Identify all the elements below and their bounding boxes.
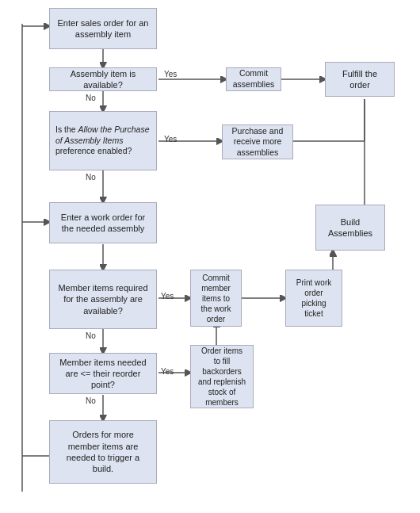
label-no-3: No xyxy=(86,331,96,340)
box-print-picking-ticket: Print work order picking ticket xyxy=(285,270,342,327)
box-orders-more-items: Orders for more member items are needed … xyxy=(49,420,157,484)
label-no-2: No xyxy=(86,173,96,182)
box-purchase-assemblies: Purchase and receive more assemblies xyxy=(222,124,293,159)
box-work-order: Enter a work order for the needed assemb… xyxy=(49,202,157,243)
box-fulfill-order: Fulfill the order xyxy=(325,62,395,97)
label-yes-2: Yes xyxy=(164,135,177,144)
flowchart: Enter sales order for an assembly item A… xyxy=(0,0,420,513)
label-yes-3: Yes xyxy=(161,292,174,301)
label-yes-4: Yes xyxy=(161,367,174,376)
label-no-4: No xyxy=(86,396,96,405)
box-build-assemblies: Build Assemblies xyxy=(315,205,385,251)
box-reorder-point: Member items needed are <= their reorder… xyxy=(49,353,157,394)
box-commit-assemblies: Commit assemblies xyxy=(226,67,281,91)
box-member-items-available: Member items required for the assembly a… xyxy=(49,270,157,329)
box-commit-member-items: Commit member items to the work order xyxy=(190,270,242,327)
box-assembly-available: Assembly item is available? xyxy=(49,67,157,91)
label-yes-1: Yes xyxy=(164,70,177,78)
label-no-1: No xyxy=(86,94,96,102)
box-allow-purchase: Is the Allow the Purchase of Assembly It… xyxy=(49,111,157,170)
box-enter-sales-order: Enter sales order for an assembly item xyxy=(49,8,157,49)
box-order-fill-backorders: Order items to fill backorders and reple… xyxy=(190,345,254,408)
